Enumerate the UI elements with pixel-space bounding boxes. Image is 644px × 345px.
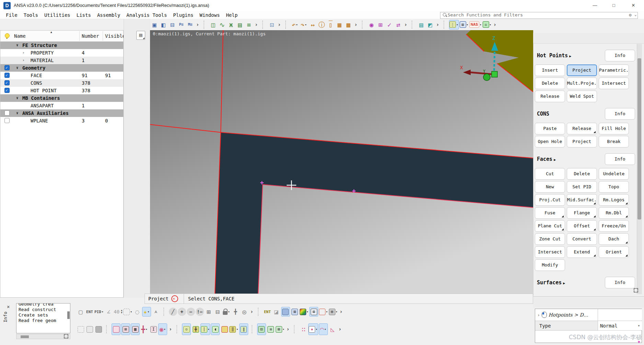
more-tools-icon[interactable]: ›: [338, 326, 342, 332]
tree-row-ansapart[interactable]: ANSAPART1: [0, 102, 123, 109]
info-hscroll-thumb[interactable]: [21, 335, 29, 338]
zone-cut-button[interactable]: Zone Cut: [535, 233, 565, 245]
column-number[interactable]: Number: [82, 33, 99, 39]
dropdown-arrow-icon[interactable]: ▾: [296, 20, 298, 29]
tree-row-material[interactable]: ›MATERIAL1: [0, 57, 123, 64]
dropdown-arrow-icon[interactable]: ▾: [480, 20, 481, 29]
draw-mode-icon[interactable]: ╱: [169, 308, 177, 316]
database-icon[interactable]: ⊟: [168, 20, 176, 29]
expand-panel-icon[interactable]: [634, 288, 638, 293]
dropdown-arrow-icon[interactable]: ▾: [456, 20, 458, 29]
invert-selection-icon[interactable]: !−: [196, 308, 204, 316]
fuse-button[interactable]: Fuse: [535, 207, 565, 219]
collapse-chevron-icon[interactable]: ∨: [16, 109, 19, 117]
green-cube-icon[interactable]: ⊡: [257, 323, 266, 335]
tree-group-ansa-auxiliaries[interactable]: ∨ANSA Auxiliaries: [0, 109, 123, 117]
split-middle-icon[interactable]: |▾: [200, 323, 210, 335]
mid-surfac--button[interactable]: Mid.Surfac.: [567, 194, 597, 206]
dropdown-arrow-icon[interactable]: ▾: [236, 325, 238, 334]
fix-quality-icon[interactable]: ▦: [335, 20, 344, 29]
half-shade-icon[interactable]: ◪: [272, 307, 280, 316]
more-tools-icon[interactable]: ›: [493, 22, 496, 28]
dropdown-arrow-icon[interactable]: ▾: [228, 307, 230, 316]
more-tools-icon[interactable]: ›: [278, 22, 281, 28]
box-select-icon[interactable]: ▾: [123, 307, 132, 316]
maximize-button[interactable]: □: [606, 0, 622, 11]
ent-select-icon[interactable]: ENT: [85, 307, 94, 316]
redo-icon[interactable]: ↷▾: [300, 20, 308, 29]
offset-button[interactable]: Offset: [567, 220, 597, 232]
viewport-3d[interactable]: Y X Z 0:maozi(1).igs, Current Part: maoz…: [150, 30, 533, 294]
more-tools-icon[interactable]: ›: [404, 22, 407, 28]
menu-item-utilities[interactable]: Utilities: [44, 11, 70, 19]
move-grid-icon[interactable]: ╋: [192, 324, 200, 335]
boxes-icon[interactable]: ⊞: [376, 20, 384, 29]
info-button[interactable]: Info: [605, 153, 635, 165]
feature-hexagon-icon[interactable]: ◉▾: [158, 323, 167, 335]
proj-cut-button[interactable]: Proj.Cut: [535, 194, 565, 206]
more-tools-icon[interactable]: ›: [354, 22, 357, 28]
visibility-checkbox[interactable]: [4, 73, 10, 78]
tree-row-cons[interactable]: CONS378: [0, 79, 123, 87]
tree-row-hot-point[interactable]: HOT POINT378: [0, 87, 123, 94]
collapse-chevron-icon[interactable]: ∨: [16, 64, 19, 72]
menu-item-lists[interactable]: Lists: [77, 11, 91, 19]
dropdown-arrow-icon[interactable]: ▾: [307, 307, 308, 316]
menu-item-windows[interactable]: Windows: [199, 11, 220, 19]
split-windows-icon[interactable]: ⊟: [214, 307, 222, 316]
tree-row-face[interactable]: FACE9191: [0, 72, 123, 79]
point-entity-icon[interactable]: ▪▾: [308, 323, 318, 335]
visibility-checkbox[interactable]: [4, 80, 10, 85]
expand-chevron-icon[interactable]: ›: [22, 57, 25, 64]
info-vscroll-thumb[interactable]: [67, 311, 70, 319]
type-dropdown-icon[interactable]: ▾: [638, 324, 640, 328]
wireframe-grid-cube-icon[interactable]: ⊞: [309, 307, 318, 317]
release-button[interactable]: Release: [535, 91, 565, 102]
rm-logos-button[interactable]: Rm.Logos: [599, 194, 629, 206]
menu-item-tools[interactable]: Tools: [24, 11, 38, 19]
dach-button[interactable]: Dach: [599, 233, 629, 245]
orient-button[interactable]: Orient: [599, 246, 629, 258]
fill-hole-button[interactable]: Fill Hole: [599, 123, 629, 134]
info-close-icon[interactable]: ✕: [7, 304, 10, 309]
materials-list-icon[interactable]: M≡: [186, 20, 194, 29]
project-button[interactable]: Project: [567, 136, 597, 147]
convert-button[interactable]: Convert: [567, 233, 597, 245]
dropdown-arrow-icon[interactable]: ▾: [130, 307, 132, 316]
more-tools-icon[interactable]: ›: [436, 22, 439, 28]
menu-item-help[interactable]: Help: [226, 11, 238, 19]
swap-arrows-icon[interactable]: ⇄: [394, 20, 402, 29]
flashlight-pick-icon[interactable]: ✦▾: [142, 307, 151, 317]
hidden-line-cube-icon[interactable]: [85, 324, 94, 335]
options-function-value[interactable]: [598, 309, 642, 321]
checks-grid-icon[interactable]: ▩: [344, 20, 353, 29]
more-tools-icon[interactable]: ›: [340, 309, 343, 315]
menu-item-assembly[interactable]: Assembly: [97, 11, 120, 19]
curve-entity-icon[interactable]: ◠▾: [319, 323, 328, 335]
database-column-header[interactable]: Name ▲ Number Visible: [0, 31, 123, 42]
checks-manager-icon[interactable]: ▤: [236, 20, 244, 29]
dropdown-arrow-icon[interactable]: ▾: [336, 307, 337, 316]
dropdown-arrow-icon[interactable]: ▾: [467, 20, 468, 29]
angle-spinner[interactable]: ▲▼: [121, 309, 122, 314]
collapse-chevron-icon[interactable]: ∨: [16, 94, 19, 102]
visibility-checkbox[interactable]: [4, 88, 10, 93]
dropdown-arrow-icon[interactable]: ▾: [324, 325, 326, 334]
info-icon[interactable]: ⓘ: [318, 20, 326, 29]
dropdown-arrow-icon[interactable]: ▾: [315, 325, 317, 334]
tree-row-property[interactable]: ›PROPERTY4: [0, 49, 123, 57]
green-grid-icon[interactable]: ⊞▾: [276, 324, 285, 335]
dropdown-arrow-icon[interactable]: ▾: [146, 325, 147, 334]
nastran-deck-icon[interactable]: NAS▾: [469, 20, 482, 29]
zoom-select-icon[interactable]: ⊡: [268, 20, 276, 29]
plane-cut-button[interactable]: Plane Cut: [535, 220, 565, 232]
expand-chevron-icon[interactable]: ›: [22, 49, 25, 57]
dropdown-arrow-icon[interactable]: ▾: [283, 325, 284, 334]
verify-point-icon[interactable]: ✓: [385, 20, 393, 29]
dropdown-arrow-icon[interactable]: ▾: [490, 20, 491, 29]
dropdown-arrow-icon[interactable]: ▾: [102, 307, 103, 316]
toggle-feature-icon[interactable]: ◖: [211, 323, 220, 335]
visibility-checkbox[interactable]: [4, 110, 10, 116]
remove-from-selection-icon[interactable]: −: [187, 308, 195, 316]
plane-entity-icon[interactable]: ◺: [329, 324, 337, 335]
